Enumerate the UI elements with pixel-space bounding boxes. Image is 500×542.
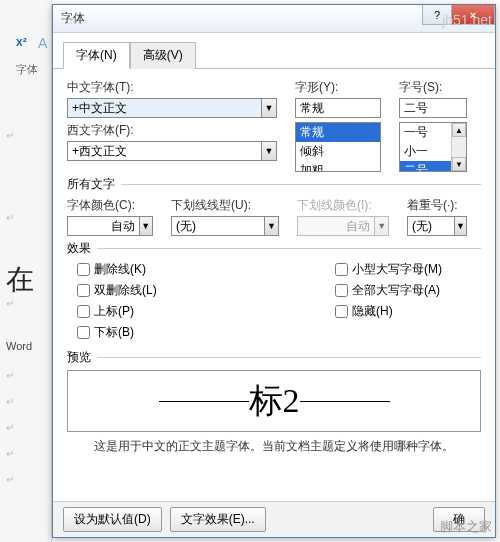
paragraph-mark: ↵	[6, 422, 14, 433]
preview-note: 这是用于中文的正文主题字体。当前文档主题定义将使用哪种字体。	[67, 438, 481, 455]
preview-sample: 标2	[249, 378, 300, 424]
text-effect-button[interactable]: A	[38, 35, 47, 51]
underline-input[interactable]	[172, 217, 264, 235]
chinese-font-combo[interactable]: ▼	[67, 98, 277, 118]
dropdown-icon[interactable]: ▼	[264, 217, 278, 235]
font-style-listbox[interactable]: 常规 倾斜 加粗	[295, 122, 381, 172]
check-hidden[interactable]: 隐藏(H)	[335, 303, 442, 320]
font-size-input[interactable]	[400, 99, 466, 117]
close-button[interactable]: ×	[451, 5, 495, 25]
check-superscript[interactable]: 上标(P)	[77, 303, 267, 320]
font-dialog: 字体 ? × 字体(N) 高级(V) 中文字体(T): ▼ 字形(Y):	[52, 4, 496, 538]
label-font-style: 字形(Y):	[295, 79, 381, 96]
titlebar[interactable]: 字体 ? ×	[53, 5, 495, 33]
font-size-listbox[interactable]: 一号 小一 二号 ▲ ▼	[399, 122, 467, 172]
font-color-combo[interactable]: ▼	[67, 216, 153, 236]
preview-underline	[159, 400, 249, 402]
western-font-combo[interactable]: ▼	[67, 141, 277, 161]
underline-color-combo: ▼	[297, 216, 389, 236]
check-strike[interactable]: 删除线(K)	[77, 261, 267, 278]
check-subscript[interactable]: 下标(B)	[77, 324, 267, 341]
paragraph-mark: ↵	[6, 474, 14, 485]
superscript-button[interactable]: x²	[16, 35, 27, 49]
font-style-input[interactable]	[296, 99, 380, 117]
check-allcaps[interactable]: 全部大写字母(A)	[335, 282, 442, 299]
doc-word: Word	[6, 340, 32, 352]
ribbon-group-label: 字体	[16, 62, 38, 77]
doc-text: 在	[6, 261, 34, 299]
tab-strip: 字体(N) 高级(V)	[53, 33, 495, 69]
tab-advanced[interactable]: 高级(V)	[130, 42, 196, 69]
scroll-up-icon[interactable]: ▲	[452, 123, 466, 137]
preview-box: 标2	[67, 370, 481, 432]
label-font-size: 字号(S):	[399, 79, 467, 96]
label-underline: 下划线线型(U):	[171, 197, 279, 214]
dropdown-icon[interactable]: ▼	[454, 217, 466, 235]
western-font-input[interactable]	[68, 142, 261, 160]
tab-font[interactable]: 字体(N)	[63, 42, 130, 69]
underline-combo[interactable]: ▼	[171, 216, 279, 236]
dropdown-icon[interactable]: ▼	[261, 142, 276, 160]
underline-color-input	[298, 217, 374, 235]
label-underline-color: 下划线颜色(I):	[297, 197, 389, 214]
list-item[interactable]: 加粗	[296, 161, 380, 172]
font-size-input-box[interactable]	[399, 98, 467, 118]
dropdown-icon: ▼	[374, 217, 388, 235]
default-button[interactable]: 设为默认值(D)	[63, 507, 162, 532]
paragraph-mark: ↵	[6, 212, 14, 223]
ok-button[interactable]: 确	[433, 507, 485, 532]
dialog-footer: 设为默认值(D) 文字效果(E)... 确	[53, 501, 495, 537]
paragraph-mark: ↵	[6, 396, 14, 407]
preview-underline	[300, 400, 390, 402]
list-item[interactable]: 常规	[296, 123, 380, 142]
label-western-font: 西文字体(F):	[67, 122, 277, 139]
help-button[interactable]: ?	[422, 5, 452, 25]
list-item[interactable]: 倾斜	[296, 142, 380, 161]
check-dstrike[interactable]: 双删除线(L)	[77, 282, 267, 299]
group-effects: 效果	[67, 240, 481, 257]
group-preview: 预览	[67, 349, 481, 366]
dropdown-icon[interactable]: ▼	[139, 217, 152, 235]
group-all-text: 所有文字	[67, 176, 481, 193]
scrollbar[interactable]: ▲ ▼	[451, 123, 466, 171]
emphasis-combo[interactable]: ▼	[407, 216, 467, 236]
label-chinese-font: 中文字体(T):	[67, 79, 277, 96]
label-font-color: 字体颜色(C):	[67, 197, 153, 214]
paragraph-mark: ↵	[6, 298, 14, 309]
dialog-title: 字体	[61, 10, 85, 27]
paragraph-mark: ↵	[6, 448, 14, 459]
scroll-down-icon[interactable]: ▼	[452, 157, 466, 171]
check-smallcaps[interactable]: 小型大写字母(M)	[335, 261, 442, 278]
chinese-font-input[interactable]	[68, 99, 261, 117]
paragraph-mark: ↵	[6, 370, 14, 381]
emphasis-input[interactable]	[408, 217, 454, 235]
font-style-input-box[interactable]	[295, 98, 381, 118]
paragraph-mark: ↵	[6, 130, 14, 141]
font-color-input[interactable]	[68, 217, 139, 235]
text-effects-button[interactable]: 文字效果(E)...	[170, 507, 266, 532]
label-emphasis: 着重号(·):	[407, 197, 467, 214]
dropdown-icon[interactable]: ▼	[261, 99, 276, 117]
